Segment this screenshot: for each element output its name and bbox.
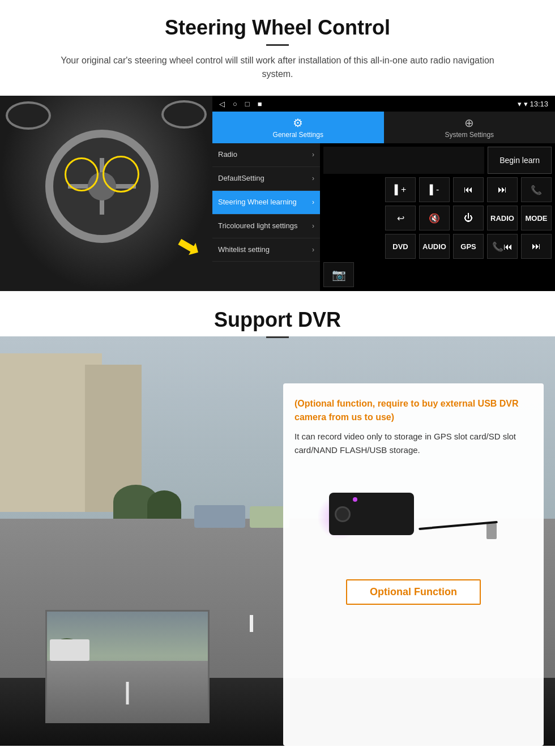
chevron-icon-5: › <box>312 246 314 254</box>
mute-button[interactable]: 🔇 <box>419 206 450 230</box>
usb-plug <box>486 523 497 539</box>
next-button[interactable]: ⏭ <box>521 234 552 259</box>
mode-button[interactable]: MODE <box>521 206 552 230</box>
control-row-4: 📷 <box>323 262 552 287</box>
dvr-camera-image <box>294 466 532 568</box>
menu-item-tricolour[interactable]: Tricoloured light settings › <box>212 215 320 238</box>
nav-menu-icon[interactable]: ■ <box>258 100 262 108</box>
empty-area <box>323 147 484 174</box>
dvr-header: Support DVR <box>0 291 555 344</box>
menu-steering-label: Steering Wheel learning <box>218 198 312 207</box>
dvr-card-title: (Optional function, require to buy exter… <box>294 397 532 424</box>
control-row-2: ↩ 🔇 ⏻ RADIO MODE <box>323 206 552 230</box>
dvr-icon: 📷 <box>332 268 346 281</box>
thumb-car <box>50 639 89 661</box>
dvr-icon-button[interactable]: 📷 <box>323 262 354 287</box>
phone-button[interactable]: 📞 <box>521 177 552 202</box>
skip-back-icon: ⏮ <box>464 185 473 195</box>
nav-home-icon[interactable]: ○ <box>233 100 237 108</box>
audio-button[interactable]: AUDIO <box>419 234 450 259</box>
arrow-indicator: ➡ <box>170 226 207 266</box>
control-row-3: DVD AUDIO GPS 📞⏮ ⏭ <box>323 234 552 259</box>
camera-cable <box>419 521 498 530</box>
camera-led <box>353 497 357 502</box>
menu-default-label: DefaultSetting <box>218 174 312 183</box>
begin-learn-button[interactable]: Begin learn <box>488 147 552 174</box>
phone-prev-icon: 📞⏮ <box>492 241 513 252</box>
camera-body <box>329 493 414 535</box>
phone-icon: 📞 <box>531 185 542 195</box>
dvr-content: (Optional function, require to buy exter… <box>0 361 555 746</box>
dvr-card-body: It can record video only to storage in G… <box>294 430 532 457</box>
gear-icon: ⚙ <box>293 116 303 130</box>
mode-label: MODE <box>526 214 548 223</box>
nav-recent-icon[interactable]: □ <box>245 100 250 108</box>
dvd-button[interactable]: DVD <box>385 234 416 259</box>
android-menu: Radio › DefaultSetting › Steering Wheel … <box>212 143 320 291</box>
menu-item-radio[interactable]: Radio › <box>212 143 320 167</box>
left-button-highlight <box>65 157 99 191</box>
android-panel: ◁ ○ □ ■ ▾ ▾ 13:13 ⚙ General Settings <box>212 96 555 291</box>
chevron-icon-3: › <box>312 198 314 206</box>
radio-label: RADIO <box>490 214 514 223</box>
dvr-info-card: (Optional function, require to buy exter… <box>283 383 544 746</box>
signal-icon: ▾ <box>518 100 522 108</box>
power-button[interactable]: ⏻ <box>453 206 484 230</box>
menu-whitelist-label: Whitelist setting <box>218 245 312 255</box>
status-bar-right: ▾ ▾ 13:13 <box>518 100 548 108</box>
vol-plus-icon: ▌+ <box>395 185 407 195</box>
vol-minus-button[interactable]: ▌- <box>419 177 450 202</box>
tab-general-label: General Settings <box>273 131 323 139</box>
camera-assembly <box>329 493 498 541</box>
back-icon: ↩ <box>397 213 404 224</box>
dvr-left <box>11 361 278 746</box>
gauge-left <box>6 101 51 130</box>
begin-learn-row: Begin learn <box>323 147 552 174</box>
chevron-icon-2: › <box>312 174 314 182</box>
next-icon: ⏭ <box>532 241 541 251</box>
tab-system-settings[interactable]: ⊕ System Settings <box>384 112 556 143</box>
android-body: Radio › DefaultSetting › Steering Wheel … <box>212 143 555 291</box>
vol-plus-button[interactable]: ▌+ <box>385 177 416 202</box>
status-time: 13:13 <box>530 100 548 108</box>
android-nav: ◁ ○ □ ■ <box>219 100 262 108</box>
steering-description: Your original car's steering wheel contr… <box>45 54 510 81</box>
dvd-label: DVD <box>392 242 408 251</box>
dvr-section: Support DVR (Optional function, require … <box>0 291 555 746</box>
steering-header: Steering Wheel Control Your original car… <box>0 0 555 87</box>
steering-wheel-image: ➡ <box>0 96 212 291</box>
divider-1 <box>266 44 289 46</box>
radio-button[interactable]: RADIO <box>487 206 518 230</box>
android-tabs: ⚙ General Settings ⊕ System Settings <box>212 112 555 143</box>
gps-button[interactable]: GPS <box>453 234 484 259</box>
gauge-right <box>161 100 207 129</box>
gps-label: GPS <box>460 242 476 251</box>
skip-fwd-icon: ⏭ <box>498 185 507 195</box>
dvr-thumbnail <box>45 610 210 723</box>
back-button[interactable]: ↩ <box>385 206 416 230</box>
control-row-1: ▌+ ▌- ⏮ ⏭ 📞 <box>323 177 552 202</box>
optional-function-button[interactable]: Optional Function <box>346 579 481 605</box>
steering-wheel-bg: ➡ <box>0 96 212 291</box>
steering-title: Steering Wheel Control <box>23 16 532 40</box>
android-statusbar: ◁ ○ □ ■ ▾ ▾ 13:13 <box>212 96 555 112</box>
audio-label: AUDIO <box>422 242 446 251</box>
phone-prev-button[interactable]: 📞⏮ <box>487 234 518 259</box>
steering-wheel <box>45 130 159 243</box>
nav-back-icon[interactable]: ◁ <box>219 100 225 108</box>
power-icon: ⏻ <box>464 213 473 223</box>
menu-item-default[interactable]: DefaultSetting › <box>212 167 320 191</box>
skip-back-button[interactable]: ⏮ <box>453 177 484 202</box>
menu-item-whitelist[interactable]: Whitelist setting › <box>212 238 320 262</box>
menu-radio-label: Radio <box>218 150 312 160</box>
tab-system-label: System Settings <box>445 131 494 139</box>
thumb-road-line <box>126 682 129 704</box>
skip-fwd-button[interactable]: ⏭ <box>487 177 518 202</box>
mute-icon: 🔇 <box>429 213 440 224</box>
wifi-icon: ▾ <box>524 100 528 108</box>
chevron-icon-4: › <box>312 222 314 230</box>
tab-general-settings[interactable]: ⚙ General Settings <box>212 112 384 143</box>
menu-tricolour-label: Tricoloured light settings <box>218 221 312 231</box>
menu-item-steering[interactable]: Steering Wheel learning › <box>212 191 320 215</box>
camera-lens <box>335 506 351 522</box>
